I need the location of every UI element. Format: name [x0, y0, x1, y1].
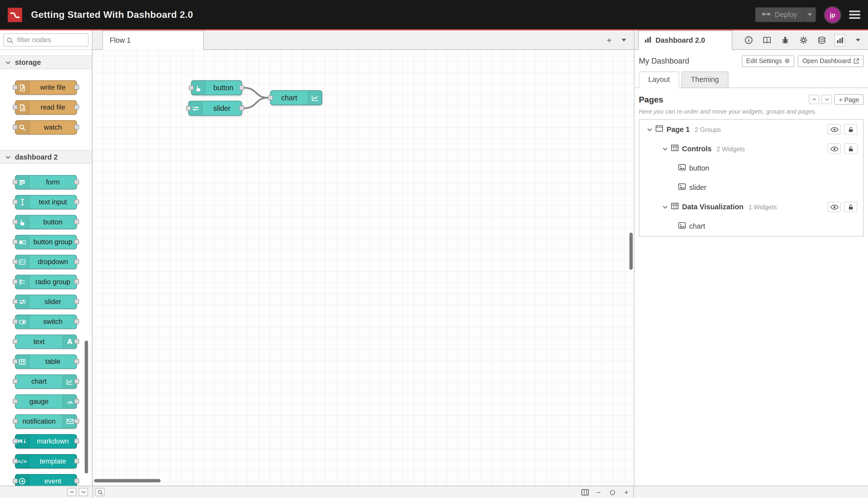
node-output-port[interactable] — [74, 339, 79, 344]
main-menu-icon[interactable] — [849, 11, 860, 19]
tab-theming[interactable]: Theming — [681, 71, 728, 88]
visibility-eye-icon[interactable] — [828, 201, 841, 212]
chevron-down-icon[interactable] — [663, 147, 668, 150]
palette-node-switch[interactable]: switch — [15, 315, 77, 329]
tree-row-widget-button[interactable]: button — [639, 158, 863, 178]
node-output-port[interactable] — [74, 199, 79, 204]
node-output-port[interactable] — [74, 105, 79, 110]
node-output-port[interactable] — [239, 85, 244, 90]
visibility-eye-icon[interactable] — [828, 143, 841, 154]
node-input-port[interactable] — [13, 319, 18, 324]
context-data-icon[interactable] — [816, 34, 827, 46]
node-input-port[interactable] — [13, 379, 18, 384]
visibility-eye-icon[interactable] — [828, 124, 841, 135]
node-input-port[interactable] — [13, 339, 18, 344]
node-input-port[interactable] — [13, 419, 18, 424]
flow-canvas[interactable]: button slider chart — [92, 50, 634, 486]
node-input-port[interactable] — [13, 259, 18, 264]
wire-slider-to-chart[interactable] — [244, 98, 268, 108]
node-output-port[interactable] — [74, 419, 79, 424]
node-input-port[interactable] — [13, 479, 18, 483]
node-output-port[interactable] — [74, 399, 79, 404]
node-output-port[interactable] — [74, 299, 79, 304]
node-output-port[interactable] — [74, 219, 79, 224]
tab-flow-1[interactable]: Flow 1 — [103, 30, 204, 50]
palette-node-text[interactable]: A text — [15, 335, 77, 349]
palette-expand-all-button[interactable] — [79, 488, 88, 496]
tree-row-data-visualization[interactable]: Data Visualization 1 Widgets — [639, 197, 863, 217]
open-dashboard-button[interactable]: Open Dashboard — [798, 55, 864, 67]
node-input-port[interactable] — [13, 239, 18, 244]
canvas-node-button[interactable]: button — [191, 80, 242, 95]
minimap-toggle-icon[interactable] — [580, 488, 589, 497]
node-input-port[interactable] — [13, 105, 18, 110]
zoom-out-button[interactable]: − — [594, 488, 603, 497]
node-input-port[interactable] — [13, 219, 18, 224]
node-output-port[interactable] — [74, 85, 79, 90]
node-output-port[interactable] — [74, 439, 79, 444]
palette-node-notification[interactable]: notification — [15, 414, 77, 429]
node-output-port[interactable] — [239, 106, 244, 110]
canvas-node-slider[interactable]: slider — [188, 101, 242, 116]
tree-row-page-1[interactable]: Page 1 2 Groups — [639, 120, 863, 139]
zoom-in-button[interactable]: + — [622, 488, 631, 497]
wire-button-to-chart[interactable] — [244, 88, 268, 98]
canvas-horizontal-scrollbar[interactable] — [94, 479, 160, 482]
canvas-vertical-scrollbar[interactable] — [629, 233, 633, 270]
node-input-port[interactable] — [186, 106, 191, 110]
unlock-icon[interactable] — [844, 201, 857, 212]
palette-node-event[interactable]: event — [15, 474, 77, 486]
palette-category-dashboard-2[interactable]: dashboard 2 — [0, 150, 92, 164]
palette-node-button-group[interactable]: button group — [15, 235, 77, 249]
node-input-port[interactable] — [13, 85, 18, 90]
debug-bug-icon[interactable] — [779, 34, 790, 46]
chevron-down-icon[interactable] — [663, 205, 668, 209]
expand-all-button[interactable] — [822, 95, 832, 104]
node-output-port[interactable] — [74, 479, 79, 483]
dashboard-panel-icon[interactable] — [834, 34, 845, 46]
sidebar-tab-dashboard[interactable]: Dashboard 2.0 — [638, 30, 732, 50]
palette-node-read-file[interactable]: read file — [15, 100, 77, 115]
zoom-reset-button[interactable] — [608, 488, 617, 497]
palette-node-write-file[interactable]: write file — [15, 80, 77, 95]
tab-layout[interactable]: Layout — [639, 71, 679, 88]
node-output-port[interactable] — [74, 239, 79, 244]
unlock-icon[interactable] — [844, 143, 857, 154]
palette-collapse-all-button[interactable] — [67, 488, 76, 496]
palette-node-watch[interactable]: watch — [15, 120, 77, 134]
node-input-port[interactable] — [13, 459, 18, 463]
filter-nodes-input[interactable] — [3, 33, 89, 47]
node-output-port[interactable] — [74, 319, 79, 324]
deploy-options-caret[interactable] — [803, 8, 815, 22]
palette-node-radio-group[interactable]: radio group — [15, 275, 77, 289]
node-input-port[interactable] — [13, 180, 18, 184]
palette-node-chart[interactable]: chart — [15, 375, 77, 389]
user-avatar[interactable]: jp — [825, 7, 840, 23]
chevron-down-icon[interactable] — [647, 128, 652, 131]
add-flow-button[interactable]: + — [606, 36, 612, 44]
tree-row-widget-slider[interactable]: slider — [639, 178, 863, 197]
flow-list-caret[interactable] — [622, 39, 626, 41]
node-input-port[interactable] — [13, 299, 18, 304]
gear-icon[interactable] — [798, 34, 809, 46]
unlock-icon[interactable] — [844, 124, 857, 135]
tree-row-controls[interactable]: Controls 2 Widgets — [639, 139, 863, 158]
palette-node-form[interactable]: form — [15, 175, 77, 189]
deploy-button[interactable]: Deploy — [755, 7, 816, 22]
palette-node-text-input[interactable]: text input — [15, 195, 77, 209]
palette-node-markdown[interactable]: M↓ markdown — [15, 434, 77, 448]
node-input-port[interactable] — [13, 439, 18, 444]
palette-node-template[interactable]: </> template — [15, 454, 77, 468]
palette-node-button[interactable]: button — [15, 215, 77, 229]
palette-node-table[interactable]: table — [15, 355, 77, 369]
palette-node-gauge[interactable]: gauge — [15, 394, 77, 408]
node-input-port[interactable] — [268, 95, 273, 100]
node-input-port[interactable] — [13, 199, 18, 204]
palette-node-dropdown[interactable]: dropdown — [15, 255, 77, 269]
node-output-port[interactable] — [74, 259, 79, 264]
node-output-port[interactable] — [74, 124, 79, 130]
node-input-port[interactable] — [13, 399, 18, 404]
node-input-port[interactable] — [13, 124, 18, 130]
collapse-all-button[interactable] — [809, 95, 819, 104]
sidebar-menu-caret[interactable] — [852, 34, 864, 46]
